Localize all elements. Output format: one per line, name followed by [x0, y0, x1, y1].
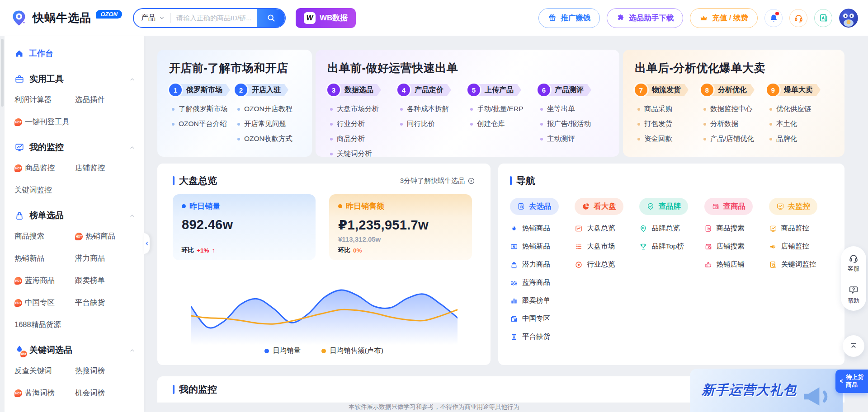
sidebar-item-label: 蓝海词榜: [25, 388, 55, 398]
nav-item[interactable]: 关键词监控: [769, 260, 834, 269]
nav-item[interactable]: 行业总览: [575, 260, 639, 269]
customer-service-button[interactable]: [789, 9, 807, 27]
sidebar-item[interactable]: 关键词监控: [14, 185, 75, 195]
guide-step-item[interactable]: 报广告/报活动: [540, 117, 608, 131]
nav-item[interactable]: 蓝海商品: [510, 278, 575, 287]
search-button[interactable]: [257, 8, 285, 28]
guide-step-item[interactable]: 产品/店铺优化: [703, 131, 767, 146]
nav-item[interactable]: 店铺监控: [769, 242, 834, 251]
nav-pill-2[interactable]: 查品牌: [639, 198, 688, 215]
guide-step-item[interactable]: 商品分析: [330, 131, 397, 146]
nav-item[interactable]: 潜力商品: [510, 260, 575, 269]
guide-step-item[interactable]: 坐等出单: [540, 102, 608, 117]
sidebar-section-header[interactable]: 榜单选品: [14, 210, 136, 221]
scrollbar-thumb[interactable]: [1, 39, 4, 107]
guide-step-item[interactable]: 大盘市场分析: [330, 102, 397, 117]
sidebar-item[interactable]: 热搜词榜: [75, 366, 136, 376]
search-category-select[interactable]: 产品: [134, 13, 170, 23]
guide-step-item[interactable]: OZON开店教程: [237, 102, 300, 117]
sidebar-item[interactable]: 平台缺货: [75, 298, 136, 308]
translate-button[interactable]: [814, 9, 832, 27]
nav-item[interactable]: 热销新品: [510, 242, 575, 251]
guide-step-item[interactable]: 创建仓库: [470, 117, 538, 131]
sidebar-item[interactable]: 热销新品: [14, 253, 75, 263]
nav-pill-0[interactable]: 去选品: [510, 198, 559, 215]
guide-step-item[interactable]: 品牌化: [769, 131, 833, 146]
nav-item[interactable]: 中国专区: [510, 314, 575, 323]
guide-step-item[interactable]: 行业分析: [330, 117, 397, 131]
guide-step-item[interactable]: 本土化: [769, 117, 833, 131]
nav-item[interactable]: 热销商品: [510, 224, 575, 233]
guide-step-item[interactable]: 关键词分析: [330, 146, 397, 157]
notifications-button[interactable]: [764, 9, 783, 27]
wb-data-button[interactable]: W WB数据: [296, 8, 356, 28]
assistant-download-button[interactable]: 选品助手下载: [607, 8, 683, 28]
sidebar-item[interactable]: 反查关键词: [14, 366, 75, 376]
sidebar-section-header[interactable]: 我的监控: [14, 141, 136, 153]
app-logo[interactable]: 快蜗牛选品 OZON: [10, 9, 123, 27]
sidebar-item[interactable]: 潜力商品: [75, 253, 136, 263]
nav-item-label: 热销店铺: [717, 260, 745, 269]
sidebar-item[interactable]: HOT蓝海商品: [14, 276, 75, 286]
guide-step-item[interactable]: 了解俄罗斯市场: [172, 102, 235, 117]
nav-item[interactable]: 大盘总览: [575, 224, 639, 233]
recharge-renew-button[interactable]: 充值 / 续费: [690, 8, 758, 28]
guide-step-item[interactable]: 数据监控中心: [703, 102, 767, 117]
help-float[interactable]: 帮助: [848, 285, 859, 305]
user-avatar[interactable]: [839, 9, 858, 28]
sidebar-item[interactable]: 店铺监控: [75, 163, 136, 173]
yesterday-sales-volume-card: 昨日销量 892.46w 环比 +1% ↑: [173, 194, 316, 260]
pending-products-button[interactable]: 待上货 商品: [835, 370, 868, 393]
intro-video-link[interactable]: 3分钟了解快蜗牛选品: [400, 177, 475, 185]
guide-step-item[interactable]: 同行比价: [400, 117, 467, 131]
customer-service-float[interactable]: 客服: [848, 253, 859, 273]
sidebar-item[interactable]: 商品搜索: [14, 231, 75, 241]
shop-search-icon: [712, 202, 720, 211]
guide-step-item[interactable]: 主动测评: [540, 131, 608, 146]
sidebar-item[interactable]: 利润计算器: [14, 95, 75, 105]
guide-step-item[interactable]: 优化供应链: [769, 102, 833, 117]
sidebar-item[interactable]: HOT热销商品: [75, 231, 136, 241]
nav-item[interactable]: 品牌Top榜: [639, 242, 704, 251]
guide-step-items: 手动/批量/ERP创建仓库: [467, 102, 538, 131]
guide-item-label: 坐等出单: [547, 104, 575, 114]
guide-step-item[interactable]: 打包发货: [637, 117, 701, 131]
search-input[interactable]: [171, 14, 257, 22]
back-to-top-button[interactable]: [843, 335, 864, 357]
sidebar-item[interactable]: HOT中国专区: [14, 298, 75, 308]
sidebar-item[interactable]: HOT商品监控: [14, 163, 75, 173]
nav-item[interactable]: 商品监控: [769, 224, 834, 233]
guide-step-item[interactable]: 分析数据: [703, 117, 767, 131]
newbie-gift-banner[interactable]: 新手运营大礼包: [690, 369, 843, 412]
sidebar-item[interactable]: HOT蓝海词榜: [14, 388, 75, 398]
sidebar-item[interactable]: 1688精品货源: [14, 320, 75, 330]
guide-step-item[interactable]: 商品采购: [637, 102, 701, 117]
guide-step-item[interactable]: OZON收款方式: [237, 131, 300, 146]
nav-pill-1[interactable]: 看大盘: [575, 198, 623, 215]
sidebar-item-workbench[interactable]: 工作台: [14, 36, 136, 59]
nav-item[interactable]: 商品搜索: [704, 224, 769, 233]
guide-step-item[interactable]: 资金回款: [637, 131, 701, 146]
nav-item[interactable]: 店铺搜索: [704, 242, 769, 251]
sidebar-collapse-handle[interactable]: [144, 233, 150, 254]
guide-step-item[interactable]: 各种成本拆解: [400, 102, 467, 117]
sidebar-section-header[interactable]: 实用工具: [14, 73, 136, 85]
sidebar-item[interactable]: 选品插件: [75, 95, 136, 105]
nav-item[interactable]: 平台缺货: [510, 332, 575, 342]
sidebar-item[interactable]: 机会词榜: [75, 388, 136, 398]
guide-step-item[interactable]: 开店常见问题: [237, 117, 300, 131]
nav-item[interactable]: 大盘市场: [575, 242, 639, 251]
sidebar-item-label: 商品搜索: [14, 231, 44, 241]
nav-item[interactable]: 品牌总览: [639, 224, 704, 233]
guide-step-item[interactable]: OZON平台介绍: [172, 117, 235, 131]
nav-item[interactable]: 跟卖榜单: [510, 296, 575, 305]
guide-step-item[interactable]: 手动/批量/ERP: [470, 102, 538, 117]
nav-pill-4[interactable]: 去监控: [769, 198, 818, 215]
promote-earn-button[interactable]: 推广赚钱: [538, 8, 600, 28]
sidebar-item[interactable]: HOT一键刊登工具: [14, 117, 75, 127]
sidebar-item[interactable]: 跟卖榜单: [75, 276, 136, 286]
nav-pill-3[interactable]: 查商品: [704, 198, 753, 215]
sidebar-section-header[interactable]: HOT关键词选品: [14, 344, 136, 356]
arrow-up-icon: ↑: [212, 247, 215, 254]
nav-item[interactable]: 热销店铺: [704, 260, 769, 269]
